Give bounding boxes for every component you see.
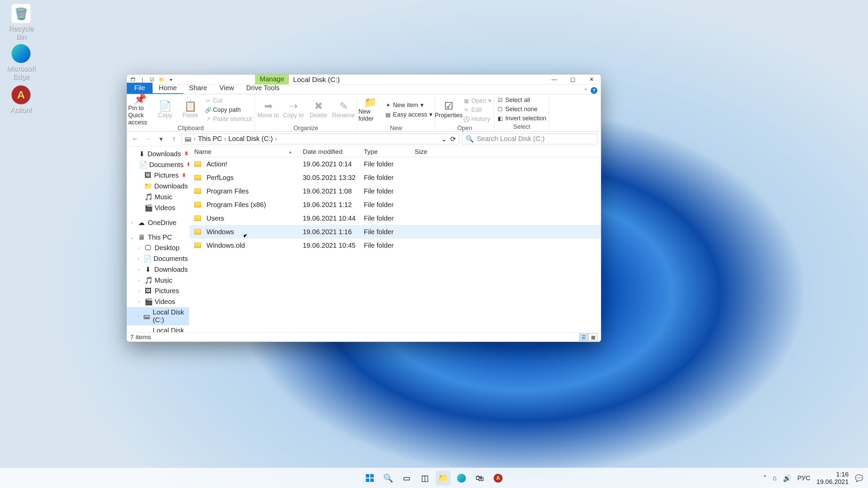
file-row[interactable]: Windows19.06.2021 1:16File folder (190, 225, 601, 239)
tab-share[interactable]: Share (183, 83, 213, 94)
view-details-button[interactable]: ☰ (579, 333, 588, 341)
tray-language[interactable]: РУС (797, 474, 810, 482)
breadcrumb-local-disk-c[interactable]: Local Disk (C:) (228, 135, 273, 143)
file-row[interactable]: Windows.old19.06.2021 10:45File folder (190, 239, 601, 252)
delete-button[interactable]: ✖Delete (307, 96, 330, 124)
desktop-icon-recycle-bin[interactable]: 🗑️ Recycle Bin (4, 4, 38, 41)
edit-button[interactable]: ✎Edit (462, 106, 493, 114)
file-row[interactable]: Program Files (x86)19.06.2021 1:12File f… (190, 198, 601, 211)
expand-icon[interactable]: › (130, 220, 135, 225)
paste-button[interactable]: 📋Paste (178, 96, 202, 124)
search-box[interactable]: 🔍 Search Local Disk (C:) (462, 134, 597, 144)
nav-music[interactable]: 🎵Music (127, 191, 189, 202)
nav-pictures[interactable]: 🖼Pictures (127, 170, 189, 181)
taskbar-explorer[interactable]: 📁 (436, 471, 451, 486)
tray-overflow-button[interactable]: ˄ (763, 474, 767, 482)
column-size[interactable]: Size (410, 148, 451, 156)
copy-path-button[interactable]: 🔗Copy path (203, 106, 253, 114)
tray-volume-icon[interactable]: 🔊 (783, 474, 791, 482)
column-type[interactable]: Type (359, 148, 410, 156)
nav-downloads-3[interactable]: ›⬇Downloads (127, 264, 189, 275)
properties-button[interactable]: ☑Properties (437, 96, 460, 124)
invert-selection-button[interactable]: ◧Invert selection (496, 114, 548, 123)
nav-videos[interactable]: 🎬Videos (127, 202, 189, 213)
copy-to-button[interactable]: ⇢Copy to (281, 96, 305, 124)
nav-documents-2[interactable]: ›📄Documents (127, 253, 189, 264)
view-large-icons-button[interactable]: ▦ (589, 333, 597, 341)
chevron-right-icon[interactable]: › (194, 135, 196, 143)
taskbar-clock[interactable]: 1:16 19.06.2021 (816, 471, 849, 486)
file-row[interactable]: Users19.06.2021 10:44File folder (190, 211, 601, 225)
select-all-button[interactable]: ☑Select all (496, 96, 548, 104)
tab-file[interactable]: File (127, 83, 153, 94)
tab-drive-tools[interactable]: Drive Tools (240, 83, 286, 94)
paste-shortcut-button[interactable]: ↗Paste shortcut (203, 115, 253, 123)
file-row[interactable]: Program Files19.06.2021 1:08File folder (190, 184, 601, 198)
chevron-right-icon[interactable]: › (224, 135, 226, 143)
nav-local-disk-d[interactable]: ›🖴Local Disk (D:) (127, 325, 189, 332)
new-item-button[interactable]: ✦New item ▾ (383, 101, 434, 109)
pin-to-quick-access-button[interactable]: 📌Pin to Quick access (128, 96, 152, 124)
nav-music-2[interactable]: ›🎵Music (127, 275, 189, 286)
minimize-button[interactable]: — (545, 75, 564, 84)
help-button[interactable]: ? (591, 87, 597, 94)
nav-videos-2[interactable]: ›🎬Videos (127, 296, 189, 307)
new-folder-button[interactable]: 📁New folder (358, 96, 382, 124)
file-rows[interactable]: Action!19.06.2021 0:14File folderPerfLog… (190, 157, 601, 332)
navigation-pane[interactable]: ⬇Downloads 📄Documents 🖼Pictures 📁Downloa… (127, 146, 190, 332)
refresh-button[interactable]: ⟳ (450, 135, 456, 143)
nav-documents[interactable]: 📄Documents (127, 159, 189, 170)
taskbar-store[interactable]: 🛍 (472, 471, 487, 486)
taskbar-widgets[interactable]: ◫ (417, 471, 432, 486)
desktop-icon-edge[interactable]: Microsoft Edge (4, 44, 38, 81)
recent-dropdown[interactable]: ▾ (156, 134, 166, 144)
file-row[interactable]: PerfLogs30.05.2021 13:32File folder (190, 171, 601, 184)
documents-icon: 📄 (143, 255, 151, 263)
open-button[interactable]: ▦Open ▾ (462, 96, 493, 105)
rename-button[interactable]: ✎Rename (332, 96, 355, 124)
taskbar[interactable]: 🔍 ▭ ◫ 📁 🛍 A ˄ ⌂ 🔊 РУС 1:16 19.06.2021 💬 (0, 468, 868, 488)
qa-properties-icon[interactable]: ☑ (149, 76, 155, 83)
nav-downloads[interactable]: ⬇Downloads (127, 148, 189, 159)
nav-pictures-2[interactable]: ›🖼Pictures (127, 286, 189, 296)
cut-button[interactable]: ✂Cut (203, 97, 253, 105)
desktop-icon-action[interactable]: A Action! (4, 85, 38, 114)
nav-local-disk-c[interactable]: ›🖴Local Disk (C:) (127, 307, 189, 325)
column-name[interactable]: Name▴ (190, 148, 298, 156)
history-button[interactable]: 🕘History (462, 115, 493, 123)
collapse-icon[interactable]: ⌄ (130, 235, 135, 240)
explorer-window: 🗔 | ☑ 📁 ▾ Manage Local Disk (C:) — ▢ ✕ F… (126, 74, 601, 342)
easy-access-button[interactable]: ▤Easy access ▾ (383, 110, 434, 119)
forward-button[interactable]: → (143, 134, 153, 144)
qa-newfolder-icon[interactable]: 📁 (158, 76, 165, 83)
tab-view[interactable]: View (213, 83, 240, 94)
nav-desktop[interactable]: ›🖵Desktop (127, 243, 189, 253)
nav-onedrive[interactable]: ›☁OneDrive (127, 217, 189, 228)
select-none-button[interactable]: ☐Select none (496, 105, 548, 114)
ribbon-collapse-button[interactable]: ⌃ (584, 87, 588, 94)
address-dropdown-button[interactable]: ⌄ (441, 135, 447, 143)
taskbar-action[interactable]: A (491, 471, 506, 486)
maximize-button[interactable]: ▢ (564, 75, 582, 84)
file-row[interactable]: Action!19.06.2021 0:14File folder (190, 157, 601, 171)
copy-button[interactable]: 📄Copy (153, 96, 177, 124)
taskbar-edge[interactable] (454, 471, 469, 486)
ribbon-group-label: Open (437, 124, 493, 132)
up-button[interactable]: ↑ (169, 134, 179, 144)
back-button[interactable]: ← (130, 134, 140, 144)
chevron-right-icon[interactable]: › (275, 135, 277, 143)
qa-customize-dropdown[interactable]: ▾ (167, 76, 174, 83)
notifications-button[interactable]: 💬 (855, 474, 863, 482)
taskbar-search[interactable]: 🔍 (381, 471, 396, 486)
taskbar-task-view[interactable]: ▭ (399, 471, 414, 486)
nav-downloads-2[interactable]: 📁Downloads (127, 181, 189, 191)
nav-this-pc[interactable]: ⌄🖥This PC (127, 232, 189, 243)
tab-home[interactable]: Home (153, 83, 183, 94)
start-button[interactable] (362, 471, 377, 486)
tray-network-icon[interactable]: ⌂ (773, 474, 777, 482)
column-date[interactable]: Date modified (298, 148, 359, 156)
close-button[interactable]: ✕ (582, 75, 601, 84)
address-bar[interactable]: 🖴 › This PC › Local Disk (C:) › ⌄ ⟳ (182, 134, 459, 144)
breadcrumb-this-pc[interactable]: This PC (198, 135, 222, 143)
move-to-button[interactable]: ➡Move to (256, 96, 280, 124)
